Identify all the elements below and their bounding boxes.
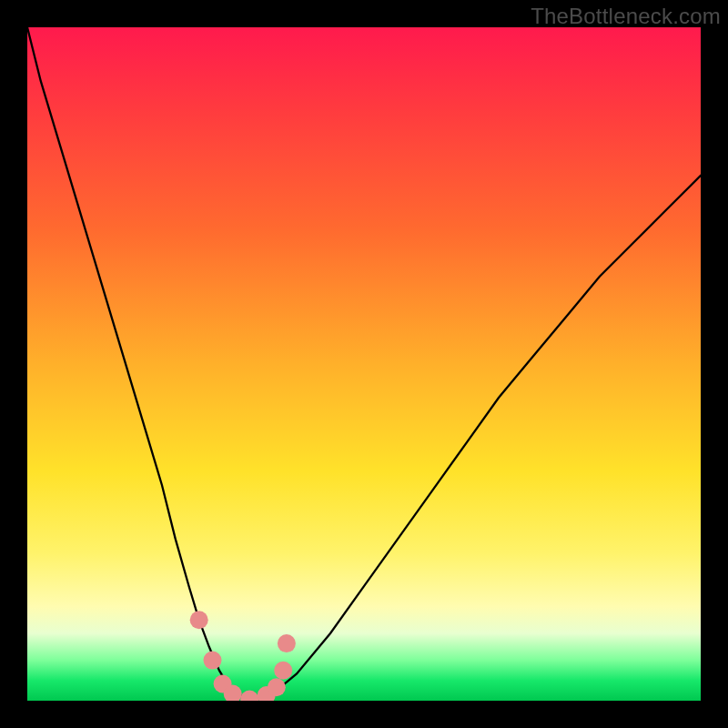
watermark-text: TheBottleneck.com <box>531 4 721 29</box>
svg-point-4 <box>240 691 258 702</box>
bottleneck-curve-svg <box>27 27 701 701</box>
svg-point-1 <box>204 652 222 670</box>
plot-area <box>27 27 701 701</box>
svg-point-0 <box>190 611 208 629</box>
svg-point-7 <box>274 662 292 680</box>
highlight-dots <box>190 611 296 701</box>
chart-frame: TheBottleneck.com <box>0 0 728 728</box>
svg-point-8 <box>278 634 296 652</box>
svg-point-6 <box>268 678 286 696</box>
bottleneck-curve-path <box>27 27 701 700</box>
